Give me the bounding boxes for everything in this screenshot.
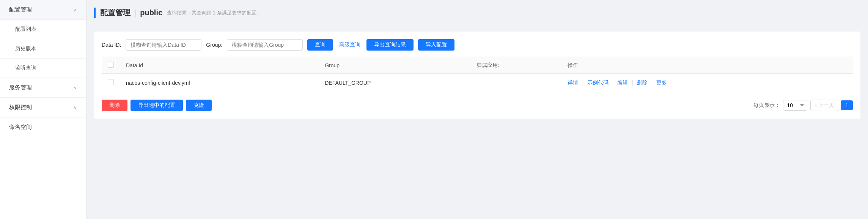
export-selected-button[interactable]: 导出选中的配置 [131, 100, 183, 111]
column-actions: 操作 [561, 57, 853, 74]
prev-page-label: 上一页 [818, 102, 834, 109]
sidebar-item-service-management[interactable]: 服务管理 ∨ [0, 78, 86, 98]
sidebar-item-namespace[interactable]: 命名空间 [0, 117, 86, 137]
action-delete[interactable]: 删除 [637, 79, 648, 86]
pagination: ‹ 上一页 1 [810, 100, 853, 111]
config-table: Data Id Group 归属应用: 操作 nacos-config-clie… [102, 57, 853, 92]
title-separator: | [134, 8, 136, 17]
sidebar-item-monitor-query[interactable]: 监听查询 [0, 59, 86, 78]
row-data-id: nacos-config-client-dev.yml [120, 74, 319, 92]
page-header: 配置管理 | public 查询结果：共查询到 1 条满足要求的配置。 [94, 8, 860, 24]
table-header-checkbox[interactable] [102, 57, 120, 74]
chevron-down-icon: ∨ [74, 85, 77, 90]
search-bar: Data ID: Group: 查询 高级查询 导出查询结果 导入配置 [102, 39, 853, 51]
sidebar-item-label: 服务管理 [9, 84, 32, 91]
row-actions: 详情 | 示例代码 | 编辑 | 删除 | 更多 [561, 74, 853, 92]
sidebar-item-label: 命名空间 [9, 124, 32, 131]
column-app: 归属应用: [470, 57, 561, 74]
data-id-label: Data ID: [102, 42, 121, 48]
action-sep-2: | [612, 79, 614, 86]
action-detail[interactable]: 详情 [568, 79, 578, 86]
namespace-label: public [140, 8, 162, 17]
advanced-search-button[interactable]: 高级查询 [338, 39, 362, 51]
bottom-bar: 删除 导出选中的配置 克隆 每页显示： 10 20 50 100 ‹ 上一页 [102, 100, 853, 111]
sidebar-item-config-list[interactable]: 配置列表 [0, 20, 86, 39]
page-size-label: 每页显示： [753, 102, 780, 109]
page-size-select[interactable]: 10 20 50 100 [783, 100, 807, 111]
sidebar-item-label: 配置管理 [9, 6, 32, 13]
sidebar-item-config-management[interactable]: 配置管理 ∧ [0, 0, 86, 20]
action-edit[interactable]: 编辑 [617, 79, 628, 86]
row-app [470, 74, 561, 92]
bottom-left-actions: 删除 导出选中的配置 克隆 [102, 100, 212, 111]
sidebar-item-label: 监听查询 [15, 65, 36, 71]
action-sep-4: | [651, 79, 653, 86]
export-results-button[interactable]: 导出查询结果 [366, 39, 414, 51]
table-row: nacos-config-client-dev.yml DEFAULT_GROU… [102, 74, 853, 92]
sidebar-item-permission-control[interactable]: 权限控制 ∨ [0, 98, 86, 117]
import-config-button[interactable]: 导入配置 [418, 39, 454, 51]
table-header-row: Data Id Group 归属应用: 操作 [102, 57, 853, 74]
action-sep-1: | [582, 79, 583, 86]
prev-page-button[interactable]: ‹ 上一页 [810, 100, 840, 111]
action-sep-3: | [632, 79, 633, 86]
header-checkbox[interactable] [108, 62, 114, 68]
content-card: Data ID: Group: 查询 高级查询 导出查询结果 导入配置 Data… [94, 32, 860, 119]
chevron-up-icon: ∧ [74, 7, 77, 13]
row-checkbox[interactable] [108, 79, 114, 85]
current-page: 1 [841, 100, 853, 110]
delete-button[interactable]: 删除 [102, 100, 127, 111]
row-group: DEFAULT_GROUP [319, 74, 470, 92]
search-button[interactable]: 查询 [307, 39, 333, 51]
chevron-down-icon: ∨ [74, 105, 77, 110]
action-sample-code[interactable]: 示例代码 [587, 79, 609, 86]
sidebar-item-label: 配置列表 [15, 26, 36, 33]
group-label: Group: [206, 42, 222, 48]
clone-button[interactable]: 克隆 [186, 100, 212, 111]
chevron-left-icon: ‹ [815, 102, 817, 108]
page-subtitle: 查询结果：共查询到 1 条满足要求的配置。 [167, 10, 261, 16]
sidebar-item-history-version[interactable]: 历史版本 [0, 39, 86, 59]
sidebar-item-label: 权限控制 [9, 104, 32, 111]
title-text: 配置管理 [94, 8, 131, 18]
group-input[interactable] [227, 39, 303, 51]
bottom-right-pagination: 每页显示： 10 20 50 100 ‹ 上一页 1 [753, 100, 853, 111]
page-title: 配置管理 | public [94, 8, 162, 18]
column-data-id: Data Id [120, 57, 319, 74]
main-content: 配置管理 | public 查询结果：共查询到 1 条满足要求的配置。 Data… [86, 0, 868, 219]
action-more[interactable]: 更多 [656, 79, 667, 86]
column-group: Group [319, 57, 470, 74]
sidebar-item-label: 历史版本 [15, 45, 36, 52]
data-id-input[interactable] [126, 39, 201, 51]
sidebar: 配置管理 ∧ 配置列表 历史版本 监听查询 服务管理 ∨ 权限控制 ∨ 命名空间 [0, 0, 86, 219]
row-checkbox-cell[interactable] [102, 74, 120, 92]
